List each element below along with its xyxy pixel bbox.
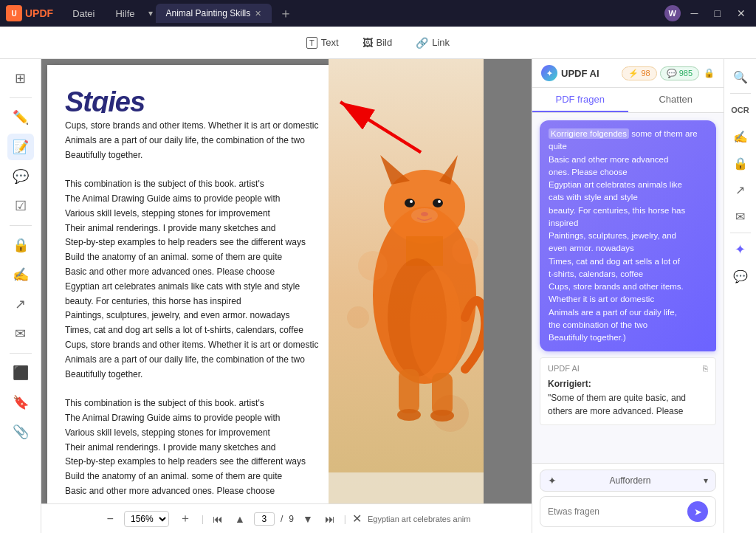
sidebar-sign-icon[interactable]: ✍ [7,261,34,288]
ai-badges: ⚡ 98 💬 985 [622,66,699,80]
chat-input-area: ➤ [540,496,716,527]
svg-point-6 [405,199,415,207]
text-tool-icon: T [306,37,317,49]
ai-sender-label: UPDF AI [548,364,580,373]
right-ai-icon[interactable]: ✦ [729,238,752,261]
svg-point-11 [411,208,438,223]
svg-point-13 [410,269,461,380]
close-button[interactable]: ✕ [732,6,750,21]
left-sidebar: ⊞ ✏️ 📝 💬 ☑ 🔒 ✍ ↗ ✉ ⬛ 🔖 📎 [0,59,41,533]
ai-footer: ✦ Auffordern ▾ ➤ [532,463,724,533]
zoom-select[interactable]: 156% 100% 150% 200% [124,511,169,527]
nav-first-page[interactable]: ⏮ [210,512,226,526]
auffordern-label: Auffordern [610,475,651,486]
maximize-button[interactable]: □ [710,6,725,21]
minimize-button[interactable]: ─ [687,6,703,21]
tab-title: Animal Painting Skills [166,8,251,18]
right-email-icon[interactable]: ✉ [729,204,752,228]
animal-painting-svg [329,59,484,503]
right-ocr-icon[interactable]: OCR [729,98,752,122]
page-separator: / [281,514,283,524]
tab-chatten[interactable]: Chatten [628,88,724,112]
right-comment-icon[interactable]: 💬 [729,264,752,288]
close-view-button[interactable]: ✕ [352,512,362,526]
sidebar-email-icon[interactable]: ✉ [7,320,34,347]
content-area: Stgies Cups, store brands and other item… [41,59,532,533]
bild-tool-label: Bild [377,37,393,48]
ai-response-label: Korrigiert: [548,379,591,389]
add-tab-button[interactable]: ＋ [275,4,297,22]
badge-orange-icon: ⚡ [628,69,639,78]
tab-area: ▾ Animal Painting Skills ✕ ＋ [148,4,659,23]
zoom-out-button[interactable]: − [103,511,118,527]
current-page-input[interactable] [254,512,275,526]
ai-response-header: UPDF AI ⎘ [548,364,708,373]
sidebar-form-icon[interactable]: ☑ [7,193,34,219]
ai-tabs: PDF fragen Chatten [532,88,724,113]
auffordern-chevron-icon: ▾ [704,475,708,486]
zoom-in-button[interactable]: ＋ [175,509,196,528]
nav-next-page[interactable]: ▼ [300,512,316,526]
sidebar-layers-icon[interactable]: ⬛ [7,360,34,386]
tab-dropdown-arrow[interactable]: ▾ [148,8,153,18]
sidebar-divider-1 [10,97,32,98]
logo-icon: U [6,5,22,21]
menu-datei[interactable]: Datei [65,5,102,22]
toolbar: T Text 🖼 Bild 🔗 Link [0,27,756,59]
user-avatar[interactable]: W [664,5,681,21]
tab-close-button[interactable]: ✕ [255,9,261,18]
right-sign-icon[interactable]: ✍ [729,125,752,148]
menu-hilfe[interactable]: Hilfe [108,5,142,22]
lock-icon[interactable]: 🔒 [704,68,715,78]
right-sidebar: 🔍 OCR ✍ 🔒 ↗ ✉ ✦ 💬 [724,59,756,533]
right-search-icon[interactable]: 🔍 [729,65,752,89]
bild-tool-button[interactable]: 🖼 Bild [352,32,403,53]
user-message-bubble: Korrigiere folgendes some of them are qu… [540,120,716,351]
send-button[interactable]: ➤ [687,501,708,522]
ai-response-block: UPDF AI ⎘ Korrigiert: "Some of them are … [540,357,716,425]
svg-rect-14 [399,369,419,413]
sidebar-edit-icon[interactable]: ✏️ [7,104,34,131]
total-pages: 9 [289,514,294,524]
right-export-icon[interactable]: ↗ [729,178,752,202]
ai-panel: ✦ UPDF AI ⚡ 98 💬 985 🔒 PDF fragen Chatte… [532,59,724,533]
active-tab[interactable]: Animal Painting Skills ✕ [156,4,272,23]
svg-point-21 [432,395,469,432]
svg-point-16 [397,409,421,421]
link-tool-label: Link [432,37,450,48]
copy-icon[interactable]: ⎘ [703,364,708,373]
auffordern-icon: ✦ [548,475,557,486]
right-divider-1 [730,93,751,94]
tab-pdf-fragen[interactable]: PDF fragen [532,88,628,112]
user-message-highlight: Korrigiere folgendes [549,128,629,139]
badge-orange: ⚡ 98 [622,66,656,80]
ai-logo: ✦ UPDF AI [541,65,599,81]
badge-green: 💬 985 [660,66,699,80]
badge-green-icon: 💬 [667,69,677,78]
link-tool-icon: 🔗 [416,37,428,49]
link-tool-button[interactable]: 🔗 Link [405,32,460,53]
sidebar-thumbnail-icon[interactable]: ⊞ [7,65,34,92]
sidebar-comment-icon[interactable]: 💬 [7,163,34,190]
text-tool-button[interactable]: T Text [296,32,349,53]
sidebar-protect-icon[interactable]: 🔒 [7,232,34,258]
status-text: Egyptian art celebrates anim [368,515,470,523]
ai-response-text: Korrigiert: "Some of them are quite basi… [548,377,708,419]
sidebar-export-icon[interactable]: ↗ [7,291,34,317]
bild-tool-icon: 🖼 [362,37,373,49]
app-logo: U UPDF [6,5,53,21]
badge-green-value: 985 [679,69,693,78]
svg-point-18 [358,251,388,281]
ai-chat-area[interactable]: Korrigiere folgendes some of them are qu… [532,113,724,463]
svg-point-7 [410,200,413,203]
sidebar-attach-icon[interactable]: 📎 [7,419,34,445]
sidebar-bookmark-icon[interactable]: 🔖 [7,389,34,416]
auffordern-dropdown[interactable]: ✦ Auffordern ▾ [540,470,716,492]
sidebar-annotate-icon[interactable]: 📝 [7,134,34,160]
pdf-viewer[interactable]: Stgies Cups, store brands and other item… [41,59,532,503]
badge-orange-value: 98 [641,69,650,78]
nav-last-page[interactable]: ⏭ [322,512,338,526]
chat-input[interactable] [548,506,683,517]
nav-prev-page[interactable]: ▲ [232,512,248,526]
right-protect-icon[interactable]: 🔒 [729,151,752,175]
